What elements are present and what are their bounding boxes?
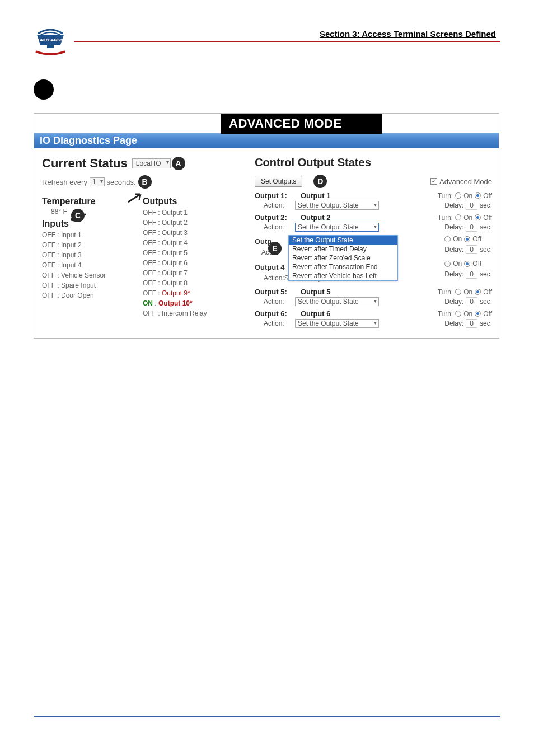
output-row: OFF : Output 1 xyxy=(143,209,227,217)
turn-on-radio[interactable] xyxy=(444,261,451,267)
input-row: OFF : Input 2 xyxy=(42,241,129,249)
temperature-label: Temperature xyxy=(42,196,129,206)
delay-value[interactable]: 0 xyxy=(466,297,477,306)
output-row: OFF : Output 9* xyxy=(143,289,227,297)
turn-on-radio[interactable] xyxy=(455,289,461,295)
svg-rect-0 xyxy=(47,45,54,48)
action-select[interactable]: Set the Output State xyxy=(295,201,379,210)
turn-on-radio[interactable] xyxy=(444,236,451,242)
dropdown-option[interactable]: Revert after Timed Delay xyxy=(289,245,397,253)
refresh-suffix: seconds. xyxy=(107,178,136,186)
fairbanks-logo: FAIRBANKS xyxy=(34,28,67,57)
sec-label: sec. xyxy=(480,201,492,209)
output-name: Output 5 xyxy=(301,288,330,296)
delay-value[interactable]: 0 xyxy=(466,223,477,232)
output-row: OFF : Output 2 xyxy=(143,219,227,227)
action-label: Action: xyxy=(264,298,295,306)
annotation-badge-a: A xyxy=(172,157,185,170)
current-status-label: Current Status xyxy=(42,156,128,171)
input-row: OFF : Spare Input xyxy=(42,281,129,289)
input-row: OFF : Vehicle Sensor xyxy=(42,271,129,279)
dropdown-option[interactable]: Revert after Vehicle has Left xyxy=(289,271,397,280)
output-index-partial: Output 4 xyxy=(255,263,284,271)
screenshot-container: ADVANCED MODE IO Diagnostics Page Curren… xyxy=(34,113,499,339)
output-row: OFF : Output 8 xyxy=(143,279,227,287)
refresh-prefix: Refresh every xyxy=(42,178,87,186)
output-row: OFF : Output 5 xyxy=(143,249,227,257)
svg-text:FAIRBANKS: FAIRBANKS xyxy=(38,37,64,43)
dropdown-option[interactable]: Revert after Zero'ed Scale xyxy=(289,253,397,262)
input-row: OFF : Input 1 xyxy=(42,231,129,239)
delay-value[interactable]: 0 xyxy=(466,245,477,254)
output-index: Output 2: xyxy=(255,213,295,222)
advanced-mode-checkbox[interactable]: ✓ xyxy=(430,178,437,185)
turn-on-radio[interactable] xyxy=(455,311,461,317)
dropdown-option[interactable]: Set the Output State xyxy=(289,236,397,245)
bullet-marker xyxy=(34,79,54,100)
io-diagnostics-bar: IO Diagnostics Page xyxy=(34,133,499,148)
output-row: OFF : Output 3 xyxy=(143,229,227,237)
device-select[interactable]: Local IO xyxy=(132,158,171,168)
turn-off-radio[interactable] xyxy=(464,261,470,267)
temperature-value: 88° F xyxy=(51,208,129,215)
delay-label: Delay: xyxy=(444,201,463,209)
refresh-interval-select[interactable]: 1 xyxy=(90,177,105,186)
action-select[interactable]: Set the Output State xyxy=(295,297,379,306)
dropdown-option[interactable]: Revert after Transaction End xyxy=(289,262,397,271)
header-rule xyxy=(74,41,500,42)
action-dropdown-open[interactable]: Set the Output State Revert after Timed … xyxy=(288,235,398,281)
action-select-open[interactable]: Set the Output State xyxy=(295,223,379,232)
input-row: OFF : Door Open xyxy=(42,292,129,299)
footer-rule xyxy=(34,716,500,717)
output-name: Output 6 xyxy=(301,309,330,318)
action-label: Action: xyxy=(264,274,284,282)
output-row: ON : Output 10* xyxy=(143,299,227,307)
advanced-mode-banner: ADVANCED MODE xyxy=(221,114,382,134)
turn-off-radio[interactable] xyxy=(475,289,481,295)
turn-off-radio[interactable] xyxy=(475,311,481,317)
annotation-badge-b: B xyxy=(138,175,152,189)
annotation-badge-e: E xyxy=(268,242,282,255)
turn-on-radio[interactable] xyxy=(455,192,461,199)
action-select[interactable]: Set the Output State xyxy=(295,319,379,328)
turn-label: Turn: xyxy=(438,192,453,200)
annotation-badge-d: D xyxy=(313,175,327,188)
action-label: Action: xyxy=(264,223,295,231)
delay-value[interactable]: 0 xyxy=(466,270,477,279)
arrow-icon xyxy=(127,193,143,203)
turn-off-radio[interactable] xyxy=(464,236,470,242)
advanced-mode-label: Advanced Mode xyxy=(439,177,492,186)
output-name: Output 1 xyxy=(301,191,330,200)
delay-value[interactable]: 0 xyxy=(466,201,477,210)
annotation-badge-c: C xyxy=(71,209,85,222)
output-row: OFF : Output 6 xyxy=(143,259,227,267)
outputs-label: Outputs xyxy=(143,196,227,206)
output-row: OFF : Output 7 xyxy=(143,269,227,277)
output-index: Output 5: xyxy=(255,288,295,296)
output-row: OFF : Output 4 xyxy=(143,239,227,247)
input-row: OFF : Input 4 xyxy=(42,261,129,269)
control-output-states-title: Control Output States xyxy=(255,156,492,169)
output-index: Output 1: xyxy=(255,191,295,200)
output-index: Output 6: xyxy=(255,309,295,318)
action-label: Action: xyxy=(264,320,295,327)
action-label: Action: xyxy=(264,201,295,209)
output-name: Output 2 xyxy=(301,213,330,222)
page-section-title: Section 3: Access Terminal Screens Defin… xyxy=(74,29,500,39)
delay-value[interactable]: 0 xyxy=(466,319,477,328)
set-outputs-button[interactable]: Set Outputs xyxy=(255,176,302,187)
turn-off-radio[interactable] xyxy=(475,214,481,220)
turn-off-radio[interactable] xyxy=(475,192,481,199)
input-row: OFF : Input 3 xyxy=(42,251,129,259)
output-row: OFF : Intercom Relay xyxy=(143,309,227,317)
turn-on-radio[interactable] xyxy=(455,214,461,220)
